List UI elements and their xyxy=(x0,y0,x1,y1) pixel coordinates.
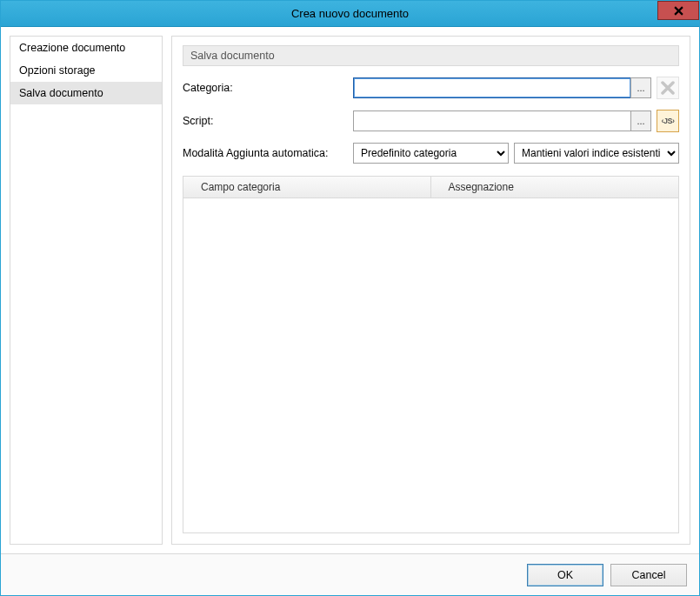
modalita-row: Modalità Aggiunta automatica: Predefinit… xyxy=(183,143,679,164)
categoria-row: Categoria: ... xyxy=(183,77,679,99)
sidebar-item-label: Salva documento xyxy=(19,87,103,99)
sidebar: Creazione documento Opzioni storage Salv… xyxy=(10,36,163,545)
dialog-body: Creazione documento Opzioni storage Salv… xyxy=(1,27,699,595)
ok-button[interactable]: OK xyxy=(527,564,603,586)
titlebar: Crea nuovo documento xyxy=(1,1,699,27)
sidebar-item-creazione-documento[interactable]: Creazione documento xyxy=(10,37,162,59)
categoria-clear-button[interactable] xyxy=(657,77,679,99)
js-icon: ‹JS› xyxy=(661,117,674,125)
categoria-input[interactable] xyxy=(353,77,631,98)
close-icon xyxy=(674,6,683,16)
script-js-button[interactable]: ‹JS› xyxy=(657,110,679,132)
sidebar-item-opzioni-storage[interactable]: Opzioni storage xyxy=(10,59,162,82)
script-input[interactable] xyxy=(353,110,631,131)
mantieni-select[interactable]: Mantieni valori indice esistenti xyxy=(514,143,679,164)
table-column-campo-categoria[interactable]: Campo categoria xyxy=(183,177,431,198)
table-column-assegnazione[interactable]: Assegnazione xyxy=(431,177,679,198)
categoria-label: Categoria: xyxy=(183,82,348,94)
script-row: Script: ... ‹JS› xyxy=(183,110,679,132)
cancel-button[interactable]: Cancel xyxy=(610,564,687,586)
script-browse-button[interactable]: ... xyxy=(630,110,651,131)
sidebar-item-label: Creazione documento xyxy=(19,42,125,54)
assignment-table: Campo categoria Assegnazione xyxy=(183,176,679,533)
window-title: Crea nuovo documento xyxy=(291,7,409,20)
categoria-input-group: ... xyxy=(353,77,651,98)
script-input-group: ... xyxy=(353,110,651,131)
button-bar: OK Cancel xyxy=(1,553,699,595)
content-panel: Salva documento Categoria: ... Script: xyxy=(171,36,690,545)
close-button[interactable] xyxy=(657,1,699,20)
modalita-select[interactable]: Predefinito categoria xyxy=(353,143,509,164)
categoria-browse-button[interactable]: ... xyxy=(630,77,651,98)
clear-icon xyxy=(659,79,677,97)
dialog-window: Crea nuovo documento Creazione documento… xyxy=(0,0,700,596)
sidebar-item-label: Opzioni storage xyxy=(19,64,96,77)
main-area: Creazione documento Opzioni storage Salv… xyxy=(1,27,699,553)
sidebar-item-salva-documento[interactable]: Salva documento xyxy=(10,82,162,104)
modalita-label: Modalità Aggiunta automatica: xyxy=(183,147,348,159)
table-body xyxy=(183,198,678,532)
section-title: Salva documento xyxy=(183,45,679,66)
script-label: Script: xyxy=(183,115,348,127)
table-header: Campo categoria Assegnazione xyxy=(183,177,678,198)
